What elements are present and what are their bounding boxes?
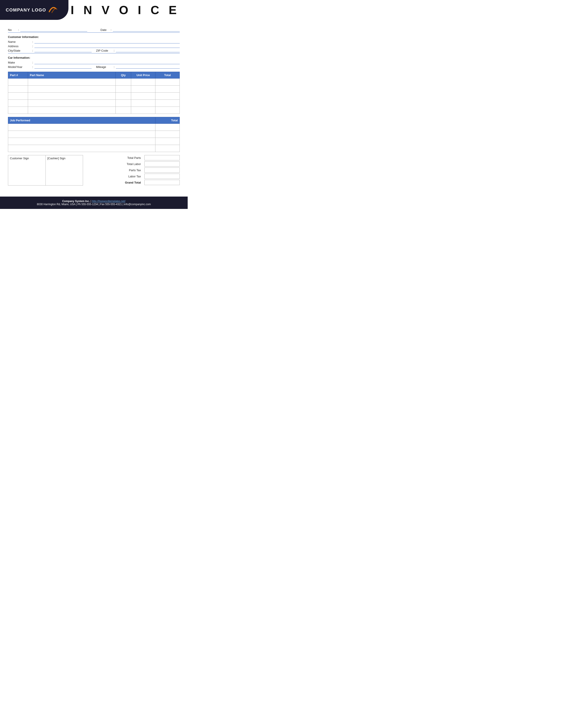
cell-job-total (155, 145, 180, 152)
cell-qty (116, 86, 131, 93)
cell-part-num (8, 79, 28, 86)
col-qty: Qty (116, 72, 131, 79)
job-table-head: Job Performed Total (8, 117, 180, 124)
customer-address-row: Address : (8, 44, 180, 48)
date-group: Date : (100, 28, 180, 32)
model-year-field (34, 65, 92, 69)
cell-part-name (28, 107, 116, 114)
cell-job (8, 138, 155, 145)
zip-colon: : (114, 49, 115, 52)
grand-total-value (144, 180, 180, 185)
col-total: Total (155, 72, 180, 79)
customer-sign-box: Customer Sign (8, 155, 46, 186)
cashier-sign-box: [Cashier] Sign (46, 155, 83, 186)
footer: Company System Inc. | http://freewordtem… (0, 197, 188, 209)
table-row (8, 138, 180, 145)
city-state-colon: : (32, 49, 33, 52)
cell-total (155, 93, 180, 100)
footer-company-name: Company System Inc. (62, 200, 90, 203)
total-parts-row: Total Parts (87, 155, 180, 160)
date-colon: : (111, 28, 111, 32)
job-table: Job Performed Total (8, 117, 180, 152)
cell-qty (116, 79, 131, 86)
col-part-num: Part # (8, 72, 28, 79)
cell-part-name (28, 79, 116, 86)
cell-job-total (155, 138, 180, 145)
table-row (8, 131, 180, 138)
labor-tax-row: Labor Tax (87, 174, 180, 179)
customer-name-label: Name (8, 40, 32, 43)
col-job-total: Total (155, 117, 180, 124)
invoice-title: I N V O I C E (71, 3, 180, 17)
table-row (8, 86, 180, 93)
customer-divider (8, 53, 180, 53)
cell-part-name (28, 86, 116, 93)
table-row (8, 93, 180, 100)
mileage-colon: : (114, 65, 115, 69)
cell-job-total (155, 131, 180, 138)
model-year-colon: : (32, 65, 33, 69)
job-table-body (8, 124, 180, 152)
cashier-sign-label: [Cashier] Sign (47, 157, 66, 160)
cell-part-name (28, 93, 116, 100)
total-parts-value (144, 155, 180, 160)
cell-unit-price (131, 93, 155, 100)
parts-table-head: Part # Part Name Qty Unit Price Total (8, 72, 180, 79)
cell-job (8, 124, 155, 131)
content-area: No : Date : Customer Information: Name :… (0, 20, 188, 190)
car-make-label: Make (8, 61, 32, 64)
car-section-header: Car Information: (8, 56, 180, 59)
model-year-label: Model/Year (8, 65, 32, 69)
bottom-section: Customer Sign [Cashier] Sign Total Parts… (8, 155, 180, 186)
customer-city-zip-row: City/State : ZIP Code : (8, 48, 180, 52)
cell-job (8, 145, 155, 152)
table-row (8, 107, 180, 114)
cell-part-num (8, 93, 28, 100)
header: COMPANY LOGO I N V O I C E (0, 0, 188, 20)
footer-line1: Company System Inc. | http://freewordtem… (4, 200, 183, 203)
customer-name-field (34, 39, 180, 43)
top-info-row: No : Date : (8, 28, 180, 32)
car-make-field (34, 60, 180, 64)
cell-job-total (155, 124, 180, 131)
no-colon: : (18, 28, 19, 32)
no-field (20, 31, 87, 32)
car-make-colon: : (32, 61, 33, 64)
date-field (113, 31, 180, 32)
totals-area: Total Parts Total Labor Parts Tax Labor … (87, 155, 180, 186)
parts-table-header-row: Part # Part Name Qty Unit Price Total (8, 72, 180, 79)
grand-total-row: Grand Total (87, 180, 180, 185)
cell-total (155, 86, 180, 93)
total-labor-value (144, 161, 180, 167)
mileage-field (116, 65, 180, 69)
total-parts-label: Total Parts (87, 156, 143, 159)
col-part-name: Part Name (28, 72, 116, 79)
zip-half: ZIP Code : (96, 48, 180, 52)
mileage-half: Mileage : (96, 65, 180, 69)
grand-total-label: Grand Total (87, 181, 143, 184)
cell-unit-price (131, 86, 155, 93)
footer-line2: 8030 Harrington Rd, Miami, USA | Ph 555-… (4, 203, 183, 206)
parts-table-body (8, 79, 180, 114)
cell-total (155, 107, 180, 114)
cell-part-num (8, 100, 28, 107)
customer-name-row: Name : (8, 39, 180, 43)
cell-part-name (28, 100, 116, 107)
col-job-performed: Job Performed (8, 117, 155, 124)
cell-job (8, 131, 155, 138)
model-year-half: Model/Year : (8, 65, 92, 69)
parts-tax-row: Parts Tax (87, 167, 180, 173)
footer-website-link[interactable]: http://freewordtemplates.net/ (92, 200, 125, 203)
zip-label: ZIP Code (96, 49, 114, 52)
car-make-row: Make : (8, 60, 180, 64)
cell-qty (116, 93, 131, 100)
customer-sign-label: Customer Sign (10, 157, 29, 160)
labor-tax-value (144, 174, 180, 179)
job-table-header-row: Job Performed Total (8, 117, 180, 124)
customer-address-colon: : (32, 45, 33, 48)
logo-area: COMPANY LOGO (0, 0, 68, 20)
customer-address-field (34, 44, 180, 48)
cell-unit-price (131, 100, 155, 107)
cell-part-num (8, 107, 28, 114)
date-label: Date (100, 28, 109, 32)
